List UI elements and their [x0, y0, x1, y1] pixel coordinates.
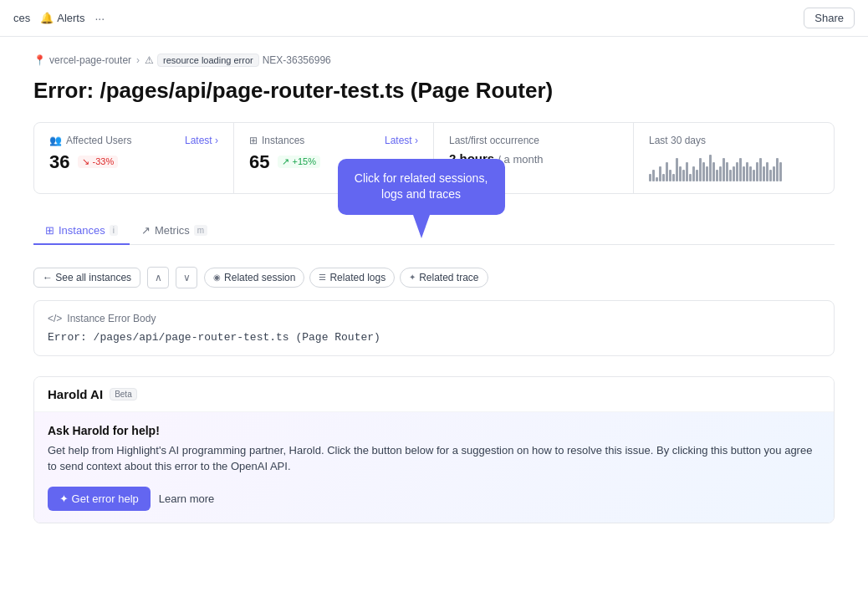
- sparkline-bar: [712, 162, 715, 181]
- harold-description: Get help from Highlight's AI programming…: [48, 442, 820, 475]
- sparkline-bar: [679, 166, 682, 181]
- session-icon: ◉: [213, 273, 221, 282]
- nav-ces[interactable]: ces: [13, 12, 30, 24]
- harold-section: Harold AI Beta Ask Harold for help! Get …: [33, 376, 835, 523]
- harold-header: Harold AI Beta: [34, 377, 834, 412]
- sparkline-bar: [649, 174, 651, 181]
- share-button[interactable]: Share: [804, 8, 855, 28]
- instances-toolbar: ← See all instances ∧ ∨ ◉ Related sessio…: [33, 258, 835, 297]
- code-icon: </>: [48, 313, 62, 324]
- harold-body: Ask Harold for help! Get help from Highl…: [34, 412, 834, 523]
- breadcrumb-error-type[interactable]: resource loading error: [157, 54, 259, 67]
- stat-occurrence: Last/first occurrence 2 hours / a month: [434, 123, 634, 193]
- instances-tab-shortcut: i: [110, 225, 118, 236]
- sparkline-bar: [733, 166, 735, 181]
- sparkline-bar: [763, 166, 765, 181]
- instances-icon: ⊞: [249, 135, 258, 146]
- breadcrumb-separator: ›: [136, 54, 140, 66]
- sparkline-bar: [666, 162, 668, 181]
- breadcrumb-issue-id: NEX-36356996: [263, 54, 331, 66]
- sparkline-bar: [749, 166, 752, 181]
- sparkline-bar: [656, 177, 658, 181]
- tabs-row: ⊞ Instances i ↗ Metrics m: [33, 217, 835, 245]
- sparkline-bar: [702, 162, 705, 181]
- breadcrumb: 📍 vercel-page-router › ⚠ resource loadin…: [33, 54, 835, 67]
- related-trace-button[interactable]: ✦ Related trace: [400, 268, 488, 288]
- nav-alerts[interactable]: 🔔 Alerts: [40, 12, 84, 24]
- breadcrumb-project[interactable]: 📍 vercel-page-router: [33, 54, 131, 66]
- stat-instances: ⊞ Instances Latest › 65 ↗ +15%: [234, 123, 434, 193]
- sparkline-bar: [779, 162, 782, 181]
- occurrence-main: 2 hours / a month: [449, 151, 618, 166]
- related-buttons-group: ◉ Related session ☰ Related logs ✦ Relat…: [204, 268, 488, 288]
- tab-instances[interactable]: ⊞ Instances i: [33, 217, 130, 245]
- nav-up-button[interactable]: ∧: [147, 267, 169, 288]
- beta-badge: Beta: [110, 388, 137, 400]
- nav-down-button[interactable]: ∨: [176, 267, 197, 288]
- sparkline-bar: [706, 166, 708, 181]
- sparkline-bar: [676, 158, 678, 181]
- sparkline-bar: [672, 174, 675, 181]
- harold-actions: ✦ Get error help Learn more: [48, 487, 820, 511]
- breadcrumb-error: ⚠ resource loading error NEX-36356996: [145, 54, 331, 67]
- affected-users-badge: ↘ -33%: [78, 156, 118, 168]
- instances-latest[interactable]: Latest ›: [385, 135, 418, 146]
- sparkline-bar: [689, 174, 692, 181]
- sparkline-bar: [682, 170, 685, 181]
- bell-icon: 🔔: [40, 12, 54, 24]
- tabs-section: ⊞ Instances i ↗ Metrics m: [33, 217, 835, 245]
- sparkline-bar: [696, 170, 698, 181]
- share-area: Share: [804, 8, 855, 28]
- sparkline-bar: [753, 170, 755, 181]
- learn-more-link[interactable]: Learn more: [159, 492, 214, 505]
- main-content: 📍 vercel-page-router › ⚠ resource loadin…: [0, 37, 868, 557]
- sparkline-chart: [649, 151, 819, 181]
- location-icon: 📍: [33, 54, 46, 66]
- logs-icon: ☰: [319, 273, 326, 282]
- tab-metrics[interactable]: ↗ Metrics m: [130, 217, 219, 245]
- sparkline-bar: [776, 158, 779, 181]
- nav-more[interactable]: ···: [94, 12, 105, 25]
- related-session-button[interactable]: ◉ Related session: [204, 268, 304, 288]
- sparkline-bar: [736, 162, 738, 181]
- sparkline-bar: [743, 166, 745, 181]
- error-icon: ⚠: [145, 54, 154, 66]
- sparkline-bar: [692, 166, 695, 181]
- sparkline-bar: [756, 162, 758, 181]
- sparkline-bar: [709, 155, 712, 181]
- sparkline-bar: [719, 166, 722, 181]
- sparkline-bar: [652, 170, 655, 181]
- affected-users-latest[interactable]: Latest ›: [185, 135, 218, 146]
- sparkline-bar: [716, 170, 718, 181]
- instance-body-code: Error: /pages/api/page-router-test.ts (P…: [48, 331, 820, 344]
- sparkline-bar: [759, 158, 762, 181]
- affected-users-value: 36: [49, 151, 69, 173]
- instance-body-header: </> Instance Error Body: [48, 313, 820, 324]
- page-title: Error: /pages/api/page-router-test.ts (P…: [33, 77, 835, 105]
- instances-badge: ↗ +15%: [278, 156, 320, 168]
- harold-title: Harold AI: [48, 387, 103, 401]
- get-error-help-button[interactable]: ✦ Get error help: [48, 487, 151, 511]
- metrics-tab-shortcut: m: [194, 225, 207, 236]
- instance-error-body: </> Instance Error Body Error: /pages/ap…: [33, 300, 835, 356]
- harold-ask-label: Ask Harold for help!: [48, 424, 820, 437]
- users-icon: 👥: [49, 135, 62, 146]
- sparkline-bar: [769, 170, 772, 181]
- see-all-instances-button[interactable]: ← See all instances: [33, 268, 140, 288]
- sparkline-bar: [726, 162, 728, 181]
- sparkline-bar: [766, 162, 768, 181]
- related-area: ◉ Related session ☰ Related logs ✦ Relat…: [204, 268, 488, 288]
- instances-tab-icon: ⊞: [45, 224, 54, 237]
- instances-value: 65: [249, 151, 269, 173]
- sparkline-bar: [739, 158, 742, 181]
- sparkline-bar: [746, 162, 748, 181]
- metrics-tab-icon: ↗: [141, 224, 151, 237]
- trace-icon: ✦: [409, 273, 416, 282]
- related-logs-button[interactable]: ☰ Related logs: [309, 268, 395, 288]
- sparkline-bar: [659, 166, 661, 181]
- top-navigation: ces 🔔 Alerts ··· Share: [0, 0, 868, 37]
- sparkline-bar: [773, 166, 775, 181]
- stat-last30: Last 30 days: [634, 123, 834, 193]
- stats-grid: 👥 Affected Users Latest › 36 ↘ -33% ⊞ In…: [33, 122, 835, 194]
- sparkline-bar: [729, 170, 732, 181]
